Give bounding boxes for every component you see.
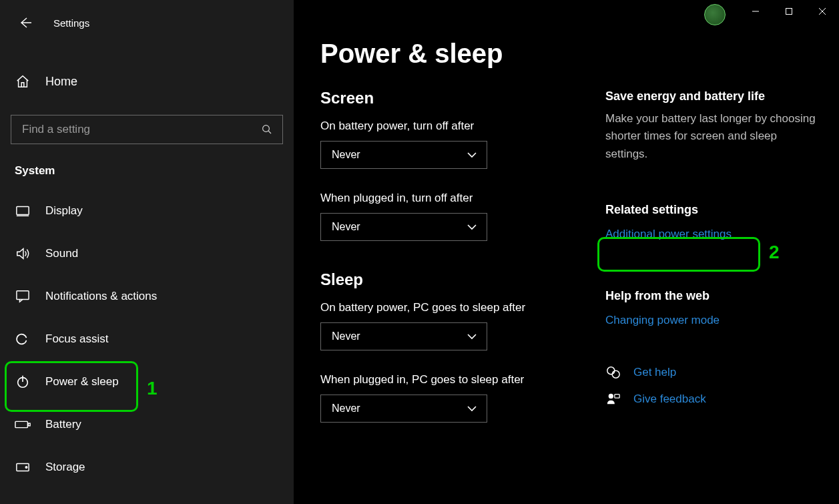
chevron-down-icon [467,223,477,231]
screen-plugged-dropdown[interactable]: Never [320,213,487,241]
save-energy-heading: Save energy and battery life [605,89,819,103]
additional-power-settings-link[interactable]: Additional power settings [605,228,819,241]
chevron-down-icon [467,151,477,159]
dropdown-value: Never [332,330,360,342]
svg-rect-1 [17,207,29,215]
chat-help-icon [605,364,621,381]
chevron-down-icon [467,405,477,413]
help-web-heading: Help from the web [605,289,819,303]
focus-assist-icon [15,331,31,347]
sidebar-item-notifications[interactable]: Notifications & actions [0,275,294,318]
sleep-heading: Sleep [320,270,579,289]
search-box[interactable] [11,115,283,144]
right-panel: Save energy and battery life Make your b… [605,0,839,504]
sidebar-item-label: Notifications & actions [45,290,157,303]
chevron-down-icon [467,332,477,340]
battery-icon [15,417,31,433]
related-settings-heading: Related settings [605,203,819,217]
search-input[interactable] [21,122,261,137]
sleep-battery-dropdown[interactable]: Never [320,322,487,350]
sleep-battery-label: On battery power, PC goes to sleep after [320,301,579,314]
nav-home[interactable]: Home [0,64,294,99]
svg-rect-4 [15,421,27,427]
sound-icon [15,246,31,262]
sidebar-item-label: Display [45,204,83,218]
home-icon [15,73,31,89]
get-help-link[interactable]: Get help [633,366,676,379]
screen-battery-label: On battery power, turn off after [320,119,579,133]
changing-power-mode-link[interactable]: Changing power mode [605,314,819,327]
screen-heading: Screen [320,89,579,107]
svg-point-8 [607,367,615,374]
screen-battery-dropdown[interactable]: Never [320,141,487,169]
screen-plugged-label: When plugged in, turn off after [320,192,579,205]
svg-point-9 [612,370,619,378]
arrow-left-icon [19,16,32,29]
nav-home-label: Home [45,75,77,89]
svg-rect-5 [28,423,30,426]
sidebar-item-focus-assist[interactable]: Focus assist [0,318,294,360]
dropdown-value: Never [332,221,360,233]
sidebar-item-label: Focus assist [45,332,108,346]
sleep-plugged-label: When plugged in, PC goes to sleep after [320,373,579,387]
display-icon [15,203,31,219]
minimize-icon [752,7,760,15]
window-controls [739,0,839,23]
save-energy-text: Make your battery last longer by choosin… [605,110,819,163]
page-title: Power & sleep [320,39,579,69]
sidebar-list: Display Sound Notifications & actions Fo… [0,190,294,489]
sidebar-item-display[interactable]: Display [0,190,294,232]
svg-rect-12 [786,9,792,15]
content-column: Power & sleep Screen On battery power, t… [294,0,605,504]
title-bar: Settings [0,8,294,48]
sidebar-item-label: Battery [45,418,81,431]
sleep-plugged-dropdown[interactable]: Never [320,395,487,423]
feedback-icon [605,391,621,407]
maximize-icon [785,7,793,15]
feedback-row[interactable]: Give feedback [605,391,819,407]
close-icon [818,7,826,15]
sidebar-item-battery[interactable]: Battery [0,403,294,446]
close-button[interactable] [806,0,839,23]
minimize-button[interactable] [739,0,772,23]
maximize-button[interactable] [772,0,806,23]
back-button[interactable] [13,11,37,35]
settings-window: Settings Home System Display [0,0,839,504]
notifications-icon [15,288,31,304]
svg-rect-11 [615,395,619,399]
get-help-row[interactable]: Get help [605,364,819,381]
svg-point-7 [25,467,27,469]
sidebar-section-label: System [0,158,294,190]
sidebar-item-storage[interactable]: Storage [0,446,294,489]
user-avatar[interactable] [704,4,726,25]
sidebar: Settings Home System Display [0,0,294,504]
sidebar-item-label: Sound [45,247,78,260]
sidebar-item-sound[interactable]: Sound [0,232,294,275]
svg-point-10 [609,394,613,399]
sidebar-item-label: Storage [45,461,85,474]
power-icon [15,374,31,390]
sidebar-item-label: Power & sleep [45,375,119,389]
storage-icon [15,459,31,475]
search-wrap [11,115,283,144]
svg-point-0 [263,125,270,132]
dropdown-value: Never [332,149,360,161]
dropdown-value: Never [332,403,360,415]
main-area: Power & sleep Screen On battery power, t… [294,0,839,504]
window-title: Settings [53,17,89,29]
give-feedback-link[interactable]: Give feedback [633,393,706,406]
sidebar-item-power-sleep[interactable]: Power & sleep [0,360,294,403]
svg-rect-2 [17,291,29,300]
search-icon [261,123,273,136]
